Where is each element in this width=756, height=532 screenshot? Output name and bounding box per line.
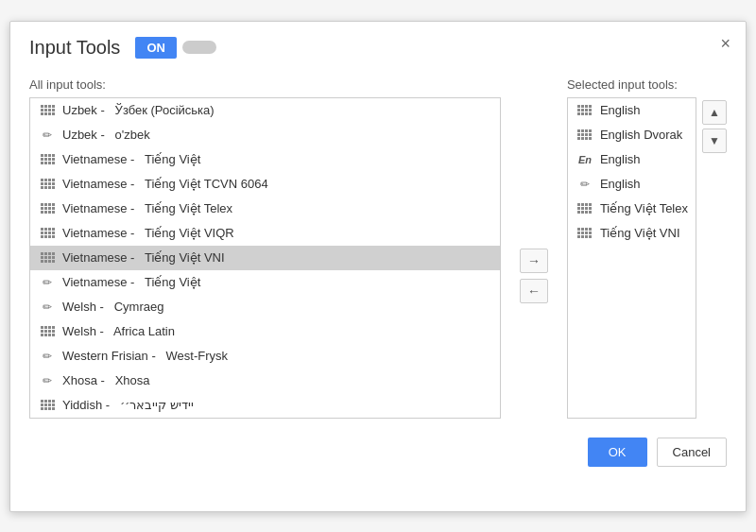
list-item[interactable]: Vietnamese - Tiếng Việt VIQR bbox=[30, 221, 500, 246]
pencil-icon: ✏ bbox=[38, 350, 57, 363]
selected-input-tools-list[interactable]: EnglishEnglish DvorakEnEnglish✏EnglishTi… bbox=[567, 97, 696, 419]
right-panel: Selected input tools: EnglishEnglish Dvo… bbox=[567, 77, 696, 419]
item-label: Vietnamese - Tiếng Việt VIQR bbox=[62, 226, 234, 240]
cancel-button[interactable]: Cancel bbox=[657, 438, 727, 467]
item-label: English bbox=[600, 103, 641, 117]
item-label: Tiếng Việt VNI bbox=[600, 226, 680, 240]
keyboard-icon bbox=[38, 228, 57, 238]
list-item[interactable]: Tiếng Việt Telex bbox=[568, 197, 696, 221]
item-label: Uzbek - o'zbek bbox=[62, 128, 150, 142]
item-label: Welsh - Africa Latin bbox=[62, 324, 175, 338]
keyboard-icon bbox=[576, 129, 594, 140]
pencil-icon: ✏ bbox=[38, 374, 57, 387]
item-label: English bbox=[600, 177, 641, 191]
list-item[interactable]: EnEnglish bbox=[568, 147, 696, 172]
item-label: Xhosa - Xhosa bbox=[62, 373, 150, 387]
pencil-icon: ✏ bbox=[38, 129, 57, 142]
item-label: Yiddish - יידיש קייבאר׳׳ bbox=[62, 398, 194, 412]
list-item[interactable]: Vietnamese - Tiếng Việt bbox=[30, 147, 500, 172]
content-area: All input tools: Uzbek - Ўзбек (Російськ… bbox=[29, 77, 727, 419]
item-label: Vietnamese - Tiếng Việt bbox=[62, 275, 200, 289]
list-item[interactable]: Vietnamese - Tiếng Việt VNI bbox=[30, 246, 500, 270]
list-item[interactable]: Vietnamese - Tiếng Việt Telex bbox=[30, 197, 500, 221]
remove-button[interactable]: ← bbox=[520, 279, 548, 303]
keyboard-icon bbox=[576, 105, 594, 115]
list-item[interactable]: ✏Zulu - isiZulu bbox=[30, 418, 500, 419]
item-label: Vietnamese - Tiếng Việt VNI bbox=[62, 250, 225, 265]
pencil-icon: ✏ bbox=[38, 276, 57, 289]
toggle-track bbox=[182, 41, 216, 54]
keyboard-icon bbox=[576, 203, 594, 214]
list-item[interactable]: Vietnamese - Tiếng Việt TCVN 6064 bbox=[30, 172, 500, 197]
item-label: Welsh - Cymraeg bbox=[62, 300, 163, 314]
keyboard-icon bbox=[576, 228, 594, 238]
keyboard-icon bbox=[38, 179, 57, 189]
keyboard-icon bbox=[38, 203, 57, 214]
list-item[interactable]: English Dvorak bbox=[568, 123, 696, 147]
list-item[interactable]: Tiếng Việt VNI bbox=[568, 221, 696, 246]
close-button[interactable]: × bbox=[720, 35, 730, 52]
move-up-button[interactable]: ▲ bbox=[702, 100, 727, 125]
en-icon: En bbox=[576, 154, 594, 165]
keyboard-icon bbox=[38, 154, 57, 164]
middle-controls: → ← bbox=[520, 77, 548, 419]
add-button[interactable]: → bbox=[520, 249, 548, 273]
item-label: Vietnamese - Tiếng Việt bbox=[62, 152, 200, 166]
left-panel: All input tools: Uzbek - Ўзбек (Російськ… bbox=[29, 77, 501, 419]
item-label: Uzbek - Ўзбек (Російська) bbox=[62, 103, 215, 117]
dialog-footer: OK Cancel bbox=[29, 438, 727, 467]
left-panel-label: All input tools: bbox=[29, 77, 501, 92]
list-item[interactable]: Welsh - Africa Latin bbox=[30, 319, 500, 344]
list-item[interactable]: Yiddish - יידיש קייבאר׳׳ bbox=[30, 393, 500, 418]
list-item[interactable]: ✏Welsh - Cymraeg bbox=[30, 295, 500, 319]
keyboard-icon bbox=[38, 400, 57, 410]
item-label: Vietnamese - Tiếng Việt TCVN 6064 bbox=[62, 177, 268, 191]
move-down-button[interactable]: ▼ bbox=[702, 129, 727, 153]
list-item[interactable]: English bbox=[568, 98, 696, 123]
item-label: Western Frisian - West-Frysk bbox=[62, 349, 228, 363]
item-label: English bbox=[600, 152, 641, 166]
all-input-tools-list[interactable]: Uzbek - Ўзбек (Російська)✏Uzbek - o'zbek… bbox=[29, 97, 501, 419]
list-item[interactable]: ✏Xhosa - Xhosa bbox=[30, 369, 500, 393]
list-item[interactable]: ✏Uzbek - o'zbek bbox=[30, 123, 500, 147]
item-label: Vietnamese - Tiếng Việt Telex bbox=[62, 201, 232, 215]
input-tools-dialog: Input Tools ON × All input tools: Uzbek … bbox=[9, 21, 747, 512]
pencil-icon: ✏ bbox=[576, 178, 594, 191]
list-item[interactable]: ✏Vietnamese - Tiếng Việt bbox=[30, 270, 500, 295]
pencil-icon: ✏ bbox=[38, 300, 57, 314]
keyboard-icon bbox=[38, 252, 57, 263]
dialog-header: Input Tools ON × bbox=[29, 37, 727, 59]
toggle-button[interactable]: ON bbox=[135, 37, 177, 59]
keyboard-icon bbox=[38, 326, 57, 336]
up-down-controls: ▲ ▼ bbox=[702, 77, 727, 419]
right-panel-label: Selected input tools: bbox=[567, 77, 696, 92]
right-panel-wrapper: Selected input tools: EnglishEnglish Dvo… bbox=[567, 77, 727, 419]
list-item[interactable]: ✏English bbox=[568, 172, 696, 197]
dialog-title: Input Tools bbox=[29, 37, 120, 59]
list-item[interactable]: Uzbek - Ўзбек (Російська) bbox=[30, 98, 500, 123]
keyboard-icon bbox=[38, 105, 57, 115]
item-label: Tiếng Việt Telex bbox=[600, 201, 688, 215]
item-label: English Dvorak bbox=[600, 128, 682, 142]
ok-button[interactable]: OK bbox=[588, 438, 647, 467]
list-item[interactable]: ✏Western Frisian - West-Frysk bbox=[30, 344, 500, 369]
